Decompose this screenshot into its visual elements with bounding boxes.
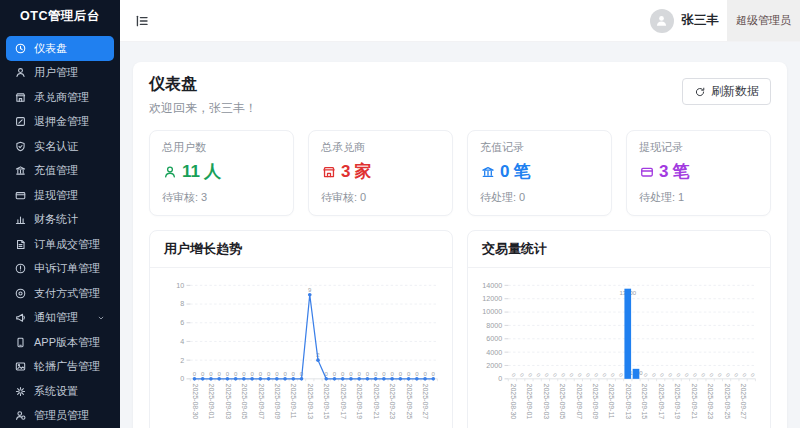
stat-value: 11人 — [162, 160, 281, 183]
svg-text:0: 0 — [519, 372, 525, 378]
svg-text:2025-09-13: 2025-09-13 — [307, 384, 314, 420]
sidebar-item-appeal[interactable]: 申诉订单管理 — [6, 257, 114, 282]
main-content: 仪表盘 欢迎回来，张三丰！ 刷新数据 总用户数11人待审核: 3总承兑商3家待审… — [120, 42, 800, 428]
sidebar-item-bank[interactable]: 充值管理 — [6, 159, 114, 184]
notify-icon — [14, 311, 27, 324]
chevron-down-icon — [96, 313, 106, 323]
refresh-label: 刷新数据 — [711, 83, 759, 100]
stat-note: 待处理: 0 — [480, 190, 599, 205]
svg-text:6: 6 — [180, 319, 184, 327]
svg-text:6000: 6000 — [486, 335, 502, 343]
sidebar-item-order[interactable]: 订单成交管理 — [6, 232, 114, 257]
svg-text:0: 0 — [193, 371, 197, 377]
sidebar-item-label: 提现管理 — [34, 188, 78, 203]
sidebar-item-stats[interactable]: 财务统计 — [6, 208, 114, 233]
sidebar-item-label: 支付方式管理 — [34, 286, 100, 301]
sidebar-item-label: 订单成交管理 — [34, 237, 100, 252]
stat-unit: 人 — [204, 160, 221, 183]
svg-text:0: 0 — [618, 372, 624, 378]
svg-text:0: 0 — [544, 372, 550, 378]
svg-text:0: 0 — [283, 371, 287, 377]
stat-card: 总承兑商3家待审核: 0 — [308, 130, 453, 216]
svg-text:0: 0 — [415, 371, 419, 377]
page-title: 仪表盘 — [149, 74, 257, 95]
sidebar-collapse-icon[interactable] — [134, 13, 150, 29]
svg-text:0: 0 — [577, 372, 583, 378]
svg-text:2025-09-03: 2025-09-03 — [543, 384, 550, 420]
sidebar-item-users[interactable]: 用户管理 — [6, 61, 114, 86]
stat-value: 0笔 — [480, 160, 599, 183]
sidebar-item-notify[interactable]: 通知管理 — [6, 306, 114, 331]
app-icon — [14, 336, 27, 349]
svg-text:2025-09-25: 2025-09-25 — [406, 384, 413, 420]
sidebar-item-label: APP版本管理 — [34, 335, 100, 350]
svg-text:2025-09-25: 2025-09-25 — [724, 384, 731, 420]
svg-text:2025-09-27: 2025-09-27 — [422, 384, 429, 420]
sidebar-nav: 仪表盘用户管理承兑商管理退押金管理实名认证充值管理提现管理财务统计订单成交管理申… — [0, 33, 120, 428]
svg-text:2025-09-21: 2025-09-21 — [373, 384, 380, 420]
svg-text:0: 0 — [708, 372, 714, 378]
svg-text:0: 0 — [242, 371, 246, 377]
sidebar-item-dashboard[interactable]: 仪表盘 — [6, 36, 114, 61]
stat-number: 3 — [341, 162, 350, 182]
stat-value: 3笔 — [639, 160, 758, 183]
sidebar-item-refund[interactable]: 退押金管理 — [6, 110, 114, 135]
svg-text:12000: 12000 — [482, 295, 502, 303]
svg-text:0: 0 — [432, 371, 436, 377]
svg-text:2025-09-21: 2025-09-21 — [691, 384, 698, 420]
svg-text:0: 0 — [341, 371, 345, 377]
line-chart-svg: 02468102025-08-302025-09-012025-09-03202… — [156, 272, 446, 428]
refund-icon — [14, 115, 27, 128]
svg-text:0: 0 — [407, 371, 411, 377]
sidebar-item-admin[interactable]: 管理员管理 — [6, 404, 114, 428]
svg-text:0: 0 — [684, 372, 690, 378]
stat-label: 总承兑商 — [321, 140, 440, 155]
svg-text:0: 0 — [552, 372, 558, 378]
sidebar-item-label: 退押金管理 — [34, 114, 89, 129]
bar-chart-svg: 020004000600080001000012000140002025-08-… — [474, 272, 764, 428]
svg-text:10000: 10000 — [482, 308, 502, 316]
sidebar-item-label: 系统设置 — [34, 384, 78, 399]
svg-text:2025-09-03: 2025-09-03 — [225, 384, 232, 420]
avatar[interactable] — [650, 9, 674, 33]
svg-text:2025-09-07: 2025-09-07 — [258, 384, 265, 420]
welcome-text: 欢迎回来，张三丰！ — [149, 100, 257, 117]
svg-text:0: 0 — [423, 371, 427, 377]
sidebar-item-card[interactable]: 提现管理 — [6, 183, 114, 208]
svg-text:0: 0 — [750, 372, 756, 378]
svg-text:0: 0 — [560, 372, 566, 378]
sidebar-item-app[interactable]: APP版本管理 — [6, 330, 114, 355]
svg-text:0: 0 — [692, 372, 698, 378]
svg-text:2025-09-23: 2025-09-23 — [389, 384, 396, 420]
svg-text:0: 0 — [358, 371, 362, 377]
verify-icon — [14, 140, 27, 153]
svg-text:2025-09-17: 2025-09-17 — [658, 384, 665, 420]
page-head: 仪表盘 欢迎回来，张三丰！ 刷新数据 — [149, 74, 771, 117]
settings-icon — [14, 385, 27, 398]
transaction-volume-chart-card: 交易量统计 0200040006000800010000120001400020… — [467, 230, 771, 428]
sidebar-item-settings[interactable]: 系统设置 — [6, 379, 114, 404]
shop-icon — [321, 164, 337, 180]
transaction-volume-chart: 020004000600080001000012000140002025-08-… — [468, 268, 770, 428]
svg-text:0: 0 — [333, 371, 337, 377]
svg-text:0: 0 — [659, 372, 665, 378]
stat-label: 提现记录 — [639, 140, 758, 155]
svg-text:0: 0 — [642, 372, 648, 378]
charts-row: 用户增长趋势 02468102025-08-302025-09-012025-0… — [149, 230, 771, 428]
sidebar-item-banner[interactable]: 轮播广告管理 — [6, 355, 114, 380]
sidebar-item-shop[interactable]: 承兑商管理 — [6, 85, 114, 110]
svg-text:0: 0 — [717, 372, 723, 378]
stat-unit: 家 — [354, 160, 371, 183]
sidebar-item-verify[interactable]: 实名认证 — [6, 134, 114, 159]
stat-card: 总用户数11人待审核: 3 — [149, 130, 294, 216]
svg-text:2025-09-13: 2025-09-13 — [625, 384, 632, 420]
svg-text:0: 0 — [700, 372, 706, 378]
sidebar: OTC管理后台 仪表盘用户管理承兑商管理退押金管理实名认证充值管理提现管理财务统… — [0, 0, 120, 428]
stats-icon — [14, 213, 27, 226]
svg-text:0: 0 — [201, 371, 205, 377]
sidebar-item-payment[interactable]: 支付方式管理 — [6, 281, 114, 306]
refresh-data-button[interactable]: 刷新数据 — [682, 78, 771, 105]
svg-text:0: 0 — [675, 372, 681, 378]
svg-text:0: 0 — [234, 371, 238, 377]
svg-text:0: 0 — [601, 372, 607, 378]
